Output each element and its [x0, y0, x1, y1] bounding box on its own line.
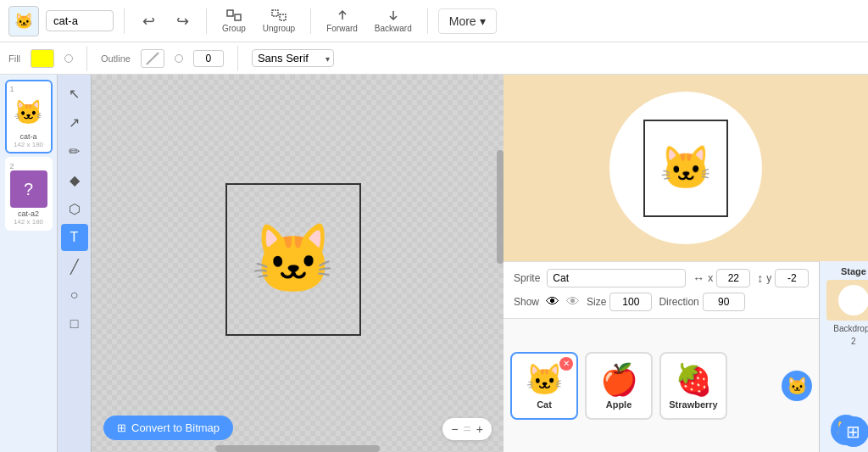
direction-input[interactable] — [703, 293, 745, 311]
pencil-tool-button[interactable]: ✏ — [61, 137, 88, 165]
y-input[interactable] — [775, 269, 809, 287]
convert-to-bitmap-button[interactable]: ⊞ Convert to Bitmap — [103, 416, 233, 440]
x-input[interactable] — [716, 269, 750, 287]
show-label: Show — [514, 296, 539, 308]
fill-color-dot[interactable] — [64, 54, 73, 63]
canvas-content: 🐱 — [92, 75, 495, 444]
stage-circle: 🐱 — [609, 92, 762, 244]
divider-1 — [124, 8, 125, 34]
stage-side-panel: Stage Backdrops 2 ⊞ — [819, 261, 868, 452]
sprite-name-row: Sprite ↔ x ↕ y — [514, 269, 809, 287]
outline-color-dot[interactable] — [175, 54, 183, 63]
second-toolbar: Fill Outline Sans Serif Serif Handwritin… — [0, 42, 868, 75]
show-row: Show 👁 👁 Size Direction — [514, 293, 809, 311]
backward-button[interactable]: Backward — [370, 7, 417, 35]
outline-color-swatch[interactable] — [141, 49, 164, 68]
costume-number-1: 1 — [10, 85, 14, 93]
costume-name-1: cat-a — [19, 132, 36, 141]
strawberry-sprite-label: Strawberry — [669, 399, 717, 410]
svg-rect-2 — [272, 10, 278, 16]
zoom-in-button[interactable]: + — [476, 422, 483, 436]
backdrops-count: 2 — [851, 337, 856, 346]
costume-name-2: cat-a2 — [18, 209, 39, 218]
group-button[interactable]: Group — [217, 7, 251, 35]
costume-item-2[interactable]: 2 ? cat-a2 142 x 180 — [5, 157, 53, 231]
add-backdrop-button[interactable]: ⊞ — [838, 416, 868, 447]
fill-color-swatch[interactable] — [31, 49, 54, 68]
bitmap-icon: ⊞ — [117, 421, 126, 434]
chevron-down-icon: ▾ — [480, 14, 486, 28]
zoom-separator: = — [463, 421, 470, 437]
fill-tool-button[interactable]: ⬡ — [61, 195, 88, 222]
show-eye-filled-button[interactable]: 👁 — [546, 294, 559, 310]
add-sprite-button[interactable]: 🐱 — [782, 371, 812, 401]
redo-button[interactable]: ↪ — [169, 8, 196, 35]
divider-6 — [237, 46, 238, 71]
x-coord-group: ↔ x — [693, 269, 750, 287]
direction-label: Direction — [659, 296, 698, 308]
ellipse-tool-button[interactable]: ○ — [61, 282, 88, 309]
stage-label: Stage — [841, 266, 866, 276]
right-bottom: Sprite ↔ x ↕ y — [504, 261, 868, 452]
size-group: Size — [587, 293, 652, 311]
sprite-label: Sprite — [514, 272, 540, 284]
zoom-out-button[interactable]: − — [451, 422, 458, 436]
sprite-card-apple[interactable]: 🍎 Apple — [585, 352, 653, 420]
sprite-card-strawberry[interactable]: 🍓 Strawberry — [659, 352, 727, 420]
costume-size-2: 142 x 180 — [14, 218, 43, 226]
font-select[interactable]: Sans Serif Serif Handwriting Marker Curl… — [252, 49, 334, 67]
rectangle-tool-button[interactable]: □ — [61, 310, 88, 338]
sprite-panel-main: Sprite ↔ x ↕ y — [504, 261, 819, 452]
outline-label: Outline — [101, 53, 131, 64]
costume-item-1[interactable]: 1 🐱 cat-a 142 x 180 — [5, 80, 53, 153]
right-panel: 🐱 Sprite ↔ x — [504, 75, 868, 452]
costume-thumb-2: ? — [10, 170, 47, 208]
sprite-card-cat[interactable]: ✕ 🐱 Cat — [510, 352, 578, 420]
stage-backdrop-thumb[interactable] — [826, 280, 868, 321]
text-tool-button[interactable]: T — [61, 224, 88, 251]
apple-sprite-icon: 🍎 — [600, 362, 638, 398]
scrollbar-vertical-thumb[interactable] — [497, 150, 504, 264]
ungroup-button[interactable]: Ungroup — [258, 7, 300, 35]
strawberry-sprite-icon: 🍓 — [675, 362, 713, 398]
costume-thumb-1: 🐱 — [10, 93, 47, 131]
line-tool-button[interactable]: ╱ — [61, 253, 88, 280]
sprite-info-panel: Sprite ↔ x ↕ y — [504, 261, 819, 318]
more-button[interactable]: More ▾ — [438, 8, 497, 34]
delete-cat-button[interactable]: ✕ — [559, 357, 573, 371]
select-tool-button[interactable]: ↖ — [61, 80, 88, 107]
costume-number-2: 2 — [10, 162, 14, 170]
svg-rect-3 — [280, 14, 286, 20]
svg-rect-1 — [235, 14, 241, 20]
canvas-drawing-area: 🐱 — [225, 183, 361, 336]
font-select-wrap: Sans Serif Serif Handwriting Marker Curl… — [252, 49, 334, 67]
y-label: y — [766, 272, 771, 284]
top-toolbar: 🐱 ↩ ↪ Group Ungroup Forward Backward Mor… — [0, 0, 868, 42]
cat-sprite-stage: 🐱 — [659, 143, 712, 193]
size-input[interactable] — [193, 50, 224, 67]
outline-line-icon — [146, 52, 159, 65]
sprite-list: ✕ 🐱 Cat 🍎 Apple 🍓 Strawberry — [504, 318, 819, 452]
direction-group: Direction — [659, 293, 744, 311]
divider-4 — [427, 8, 428, 34]
canvas-area[interactable]: 🐱 ⊞ Convert to Bitmap − = + — [92, 75, 504, 452]
main-area: 1 🐱 cat-a 142 x 180 2 ? cat-a2 142 x 180… — [0, 75, 868, 452]
scrollbar-horizontal-thumb[interactable] — [215, 445, 380, 452]
stage-preview: 🐱 — [504, 75, 868, 261]
costume-preview-thumb: 🐱 — [8, 6, 39, 36]
divider-2 — [206, 8, 207, 34]
sprite-name-input[interactable] — [547, 269, 686, 287]
forward-button[interactable]: Forward — [321, 7, 363, 35]
undo-button[interactable]: ↩ — [135, 8, 162, 35]
size-input-sprite[interactable] — [609, 293, 652, 311]
costume-name-input[interactable] — [46, 10, 114, 31]
y-icon: ↕ — [757, 271, 763, 285]
cat-sprite-canvas: 🐱 — [251, 226, 336, 293]
reshape-tool-button[interactable]: ↗ — [61, 109, 88, 136]
costume-size-1: 142 x 180 — [14, 141, 43, 148]
costume-panel: 1 🐱 cat-a 142 x 180 2 ? cat-a2 142 x 180… — [0, 75, 58, 452]
eraser-tool-button[interactable]: ◆ — [61, 166, 88, 193]
x-label: x — [708, 272, 713, 284]
stage-backdrop-circle — [838, 285, 868, 315]
show-eye-outline-button[interactable]: 👁 — [566, 294, 580, 310]
